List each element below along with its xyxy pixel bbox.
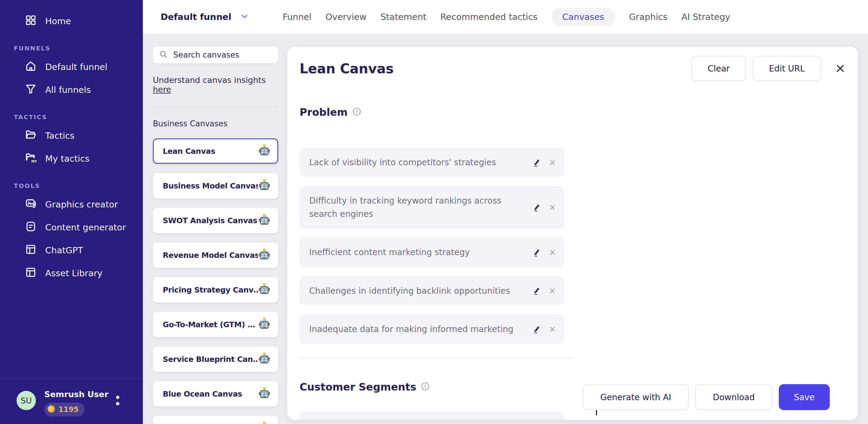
field-item: Inefficient content marketing strategy — [300, 238, 564, 267]
field-item: Digital marketers of various skill level… — [300, 412, 564, 420]
canvas-card-lean-canvas[interactable]: Lean Canvas — [153, 139, 278, 164]
sidebar-item-home[interactable]: Home — [0, 10, 143, 33]
edit-pencil-icon[interactable] — [532, 286, 541, 295]
lean-canvas-editor-panel: Lean Canvas Clear Edit URL Problem ? Lac… — [287, 47, 858, 420]
remove-x-icon[interactable] — [549, 159, 556, 166]
user-menu-kebab-icon[interactable] — [112, 396, 124, 414]
canvas-card-gtm[interactable]: Go-To-Market (GTM) … — [153, 312, 278, 337]
tab-statement[interactable]: Statement — [380, 8, 427, 26]
segments-field-list: Digital marketers of various skill level… — [300, 412, 564, 420]
sidebar-section-tactics: TACTICS — [0, 113, 143, 121]
funnel-selector-label: Default funnel — [161, 12, 231, 22]
avatar[interactable]: SU — [17, 391, 36, 410]
image-icon — [25, 198, 37, 212]
remove-x-icon[interactable] — [549, 204, 556, 211]
section-title-customer-segments: Customer Segments — [300, 381, 416, 393]
sidebar-item-label: ChatGPT — [45, 245, 83, 255]
robot-icon — [258, 283, 271, 297]
canvas-list-panel: Understand canvas insights here Business… — [153, 47, 278, 424]
document-lines-icon — [25, 220, 37, 235]
tab-recommended-tactics[interactable]: Recommended tactics — [440, 8, 538, 26]
canvas-card-red-ocean[interactable]: Red Ocean Canvas — [153, 416, 278, 424]
svg-text:?: ? — [355, 109, 358, 114]
robot-icon — [258, 352, 271, 366]
folder-open-icon — [25, 129, 37, 143]
edit-pencil-icon[interactable] — [532, 248, 541, 257]
sidebar-item-label: Content generator — [45, 222, 126, 233]
remove-x-icon[interactable] — [549, 325, 556, 333]
edit-pencil-icon[interactable] — [532, 203, 541, 212]
edit-pencil-icon[interactable] — [532, 158, 541, 167]
funnel-icon — [25, 83, 37, 97]
editor-footer-actions: Generate with AI Download Save — [583, 384, 830, 410]
section-title-problem: Problem — [300, 106, 348, 118]
sidebar-item-label: My tactics — [45, 153, 90, 164]
robot-icon — [258, 179, 271, 193]
section-divider — [300, 358, 573, 358]
sidebar-item-chatgpt[interactable]: ChatGPT — [0, 239, 143, 262]
window-layout-icon — [25, 266, 37, 280]
insights-link[interactable]: here — [153, 85, 171, 94]
problem-section-header: Problem ? — [300, 106, 846, 118]
funnel-selector-dropdown[interactable]: Default funnel — [161, 12, 249, 22]
tab-canvases[interactable]: Canvases — [551, 8, 615, 26]
sidebar: Home FUNNELS Default funnel All funnels … — [0, 0, 143, 424]
sidebar-item-label: Graphics creator — [45, 199, 118, 210]
tab-graphics[interactable]: Graphics — [629, 8, 668, 26]
remove-x-icon[interactable] — [549, 287, 556, 295]
canvas-card-list: Lean Canvas Business Model Canvas SWOT A… — [153, 139, 278, 424]
sidebar-item-default-funnel[interactable]: Default funnel — [0, 56, 143, 79]
canvas-card-revenue-model[interactable]: Revenue Model Canvas — [153, 242, 278, 268]
canvas-group-label: Business Canvases — [153, 119, 278, 128]
user-name: Semrush User — [44, 390, 108, 399]
generate-with-ai-button[interactable]: Generate with AI — [583, 384, 689, 410]
insights-note: Understand canvas insights here — [153, 75, 278, 94]
search-input[interactable] — [173, 50, 272, 59]
user-block: SU Semrush User 1195 — [0, 378, 143, 424]
credits-badge[interactable]: 1195 — [44, 402, 85, 417]
tab-overview[interactable]: Overview — [326, 8, 367, 26]
field-item: Lack of visibility into competitors' str… — [300, 148, 564, 177]
canvas-card-pricing-strategy[interactable]: Pricing Strategy Canv… — [153, 277, 278, 302]
robot-icon — [258, 387, 271, 401]
help-icon[interactable]: ? — [421, 382, 430, 392]
robot-icon — [258, 248, 271, 262]
field-item: Inadequate data for making informed mark… — [300, 314, 564, 344]
home-icon — [25, 60, 37, 74]
sidebar-section-tools: TOOLS — [0, 182, 143, 189]
canvas-card-service-blueprint[interactable]: Service Blueprint Can… — [153, 346, 278, 372]
canvas-card-blue-ocean[interactable]: Blue Ocean Canvas — [153, 381, 278, 406]
topbar: Default funnel Funnel Overview Statement… — [143, 0, 868, 34]
field-item: Challenges in identifying backlink oppor… — [300, 276, 564, 305]
help-icon[interactable]: ? — [352, 108, 361, 117]
sidebar-item-label: Asset Library — [45, 268, 102, 278]
coin-icon — [47, 405, 56, 414]
sidebar-item-tactics[interactable]: Tactics — [0, 124, 143, 147]
folder-my-icon: MY — [25, 152, 37, 166]
grid-icon — [25, 14, 37, 28]
top-tabs: Funnel Overview Statement Recommended ta… — [283, 8, 730, 26]
search-icon — [159, 50, 168, 60]
robot-icon — [258, 317, 271, 331]
save-button[interactable]: Save — [779, 384, 830, 410]
edit-pencil-icon[interactable] — [532, 325, 541, 334]
remove-x-icon[interactable] — [549, 248, 556, 256]
sidebar-item-label: Default funnel — [45, 62, 107, 72]
tab-ai-strategy[interactable]: AI Strategy — [681, 8, 730, 26]
canvas-card-swot[interactable]: SWOT Analysis Canvas — [153, 208, 278, 233]
canvas-card-business-model[interactable]: Business Model Canvas — [153, 173, 278, 199]
svg-text:MY: MY — [31, 159, 37, 163]
sidebar-item-asset-library[interactable]: Asset Library — [0, 262, 143, 285]
sidebar-item-all-funnels[interactable]: All funnels — [0, 79, 143, 101]
download-button[interactable]: Download — [695, 384, 772, 410]
robot-icon — [258, 213, 271, 228]
sidebar-item-graphics-creator[interactable]: Graphics creator — [0, 193, 143, 216]
tab-funnel[interactable]: Funnel — [283, 8, 312, 26]
divider — [153, 107, 278, 107]
problem-field-list: Lack of visibility into competitors' str… — [300, 148, 564, 344]
robot-icon — [258, 144, 271, 158]
sidebar-item-content-generator[interactable]: Content generator — [0, 216, 143, 239]
sidebar-item-label: All funnels — [45, 85, 91, 95]
search-box — [153, 47, 278, 63]
sidebar-item-my-tactics[interactable]: MY My tactics — [0, 147, 143, 170]
